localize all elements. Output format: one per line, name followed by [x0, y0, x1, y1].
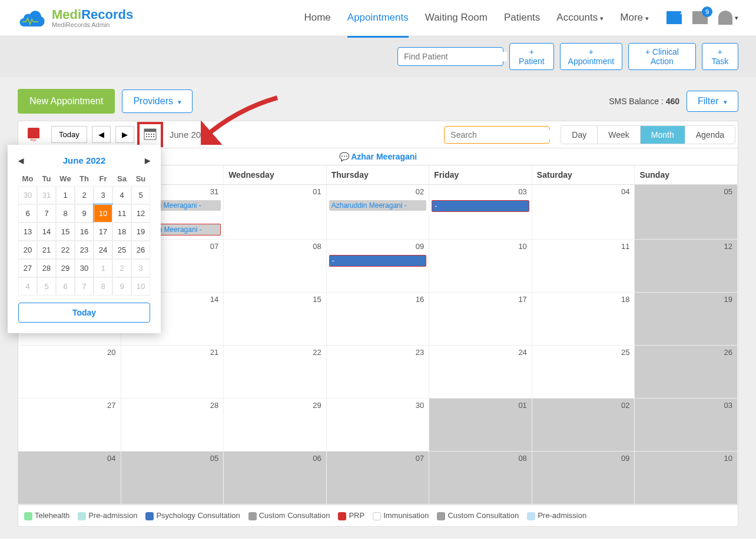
mini-day[interactable]: 30 [75, 259, 94, 277]
cal-cell[interactable]: 09 [532, 452, 635, 505]
nav-patients[interactable]: Patients [504, 7, 540, 28]
nav-home[interactable]: Home [304, 7, 330, 28]
logo[interactable]: MediRecords MediRecords Admin [18, 7, 133, 28]
cal-cell[interactable]: 18 [532, 293, 635, 346]
mini-day-selected[interactable]: 10 [94, 204, 112, 223]
cal-cell[interactable]: 03- [429, 185, 532, 240]
mini-day[interactable]: 2 [75, 186, 94, 204]
mini-day[interactable]: 13 [18, 223, 37, 241]
mini-day[interactable]: 14 [37, 223, 56, 241]
date-picker-button[interactable] [139, 124, 161, 145]
nav-appointments[interactable]: Appointments [347, 7, 409, 28]
mini-day[interactable]: 23 [75, 241, 94, 259]
cal-cell[interactable]: 12 [635, 240, 738, 293]
cal-cell[interactable]: 25 [532, 346, 635, 399]
cal-cell[interactable]: 03 [635, 399, 738, 452]
cal-cell[interactable]: 27 [18, 399, 121, 452]
nav-accounts[interactable]: Accounts▾ [556, 7, 604, 28]
cal-cell[interactable]: 08 [224, 240, 327, 293]
mail-icon[interactable]: 1 [667, 11, 682, 24]
cal-cell[interactable]: 01 [429, 399, 532, 452]
mini-day[interactable]: 2 [112, 259, 131, 277]
filter-button[interactable]: Filter ▾ [687, 91, 738, 112]
cal-cell[interactable]: 02Azharuddin Meeragani - [327, 185, 430, 240]
mini-day[interactable]: 29 [56, 259, 75, 277]
find-patient-input[interactable] [404, 52, 507, 61]
cal-cell[interactable]: 10 [635, 452, 738, 505]
cal-cell[interactable]: 05 [635, 185, 738, 240]
mini-day[interactable]: 19 [131, 223, 150, 241]
appointment[interactable]: - [329, 255, 427, 267]
mini-day[interactable]: 7 [75, 277, 94, 296]
mini-day[interactable]: 11 [112, 204, 131, 223]
view-agenda[interactable]: Agenda [685, 126, 735, 144]
mini-day[interactable]: 5 [131, 186, 150, 204]
view-month[interactable]: Month [641, 126, 685, 144]
mini-day[interactable]: 30 [18, 186, 37, 204]
mini-day[interactable]: 10 [131, 277, 150, 296]
mini-day[interactable]: 4 [112, 186, 131, 204]
cal-cell[interactable]: 28 [121, 399, 224, 452]
mini-day[interactable]: 17 [94, 223, 112, 241]
appointment[interactable]: - [432, 200, 529, 212]
cal-cell[interactable]: 23 [327, 346, 430, 399]
cal-cell[interactable]: 24 [429, 346, 532, 399]
cal-cell[interactable]: 01 [224, 185, 327, 240]
mini-day[interactable]: 26 [131, 241, 150, 259]
cal-cell[interactable]: 05 [121, 452, 224, 505]
cal-cell[interactable]: 29 [224, 399, 327, 452]
mini-day[interactable]: 4 [18, 277, 37, 296]
mini-day[interactable]: 1 [56, 186, 75, 204]
cal-cell[interactable]: 04 [18, 452, 121, 505]
add-appointment-button[interactable]: + Appointment [560, 43, 622, 70]
cal-cell[interactable]: 16 [327, 293, 430, 346]
cal-cell[interactable]: 10 [429, 240, 532, 293]
cal-cell[interactable]: 11 [532, 240, 635, 293]
cal-cell[interactable]: 20 [18, 346, 121, 399]
mini-day[interactable]: 3 [94, 186, 112, 204]
user-menu[interactable]: ▾ [718, 11, 738, 25]
mini-next[interactable]: ▶ [145, 157, 150, 165]
view-day[interactable]: Day [561, 126, 598, 144]
mini-day[interactable]: 24 [94, 241, 112, 259]
mini-day[interactable]: 3 [131, 259, 150, 277]
mini-day[interactable]: 16 [75, 223, 94, 241]
cal-cell[interactable]: 06 [224, 452, 327, 505]
cal-cell[interactable]: 09- [327, 240, 430, 293]
mini-day[interactable]: 12 [131, 204, 150, 223]
cal-cell[interactable]: 08 [429, 452, 532, 505]
mini-prev[interactable]: ◀ [18, 157, 24, 165]
mini-day[interactable]: 8 [56, 204, 75, 223]
mini-day[interactable]: 18 [112, 223, 131, 241]
mini-day[interactable]: 15 [56, 223, 75, 241]
providers-dropdown[interactable]: Providers ▾ [122, 89, 193, 113]
cal-cell[interactable]: 30 [327, 399, 430, 452]
add-task-button[interactable]: + Task [702, 43, 738, 70]
view-week[interactable]: Week [598, 126, 641, 144]
today-button[interactable]: Today [51, 126, 87, 143]
mini-day[interactable]: 9 [75, 204, 94, 223]
cal-cell[interactable]: 21 [121, 346, 224, 399]
mini-day[interactable]: 31 [37, 186, 56, 204]
cal-cell[interactable]: 07 [327, 452, 430, 505]
add-clinical-action-button[interactable]: + Clinical Action [628, 43, 696, 70]
next-button[interactable]: ▶ [115, 126, 134, 143]
cal-cell[interactable]: 15 [224, 293, 327, 346]
nav-more[interactable]: More▾ [620, 7, 649, 28]
mini-day[interactable]: 9 [112, 277, 131, 296]
mini-day[interactable]: 7 [37, 204, 56, 223]
mini-day[interactable]: 22 [56, 241, 75, 259]
new-appointment-button[interactable]: New Appointment [18, 89, 115, 114]
mini-day[interactable]: 5 [37, 277, 56, 296]
nav-waiting-room[interactable]: Waiting Room [425, 7, 488, 28]
mini-day[interactable]: 8 [94, 277, 112, 296]
cal-cell[interactable]: 26 [635, 346, 738, 399]
mini-day[interactable]: 28 [37, 259, 56, 277]
cal-cell[interactable]: 22 [224, 346, 327, 399]
cal-cell[interactable]: 19 [635, 293, 738, 346]
mini-day[interactable]: 6 [18, 204, 37, 223]
cal-cell[interactable]: 02 [532, 399, 635, 452]
calendar-search-input[interactable] [450, 130, 553, 140]
mini-today-button[interactable]: Today [18, 303, 150, 323]
appointment[interactable]: Azharuddin Meeragani - [329, 200, 427, 211]
